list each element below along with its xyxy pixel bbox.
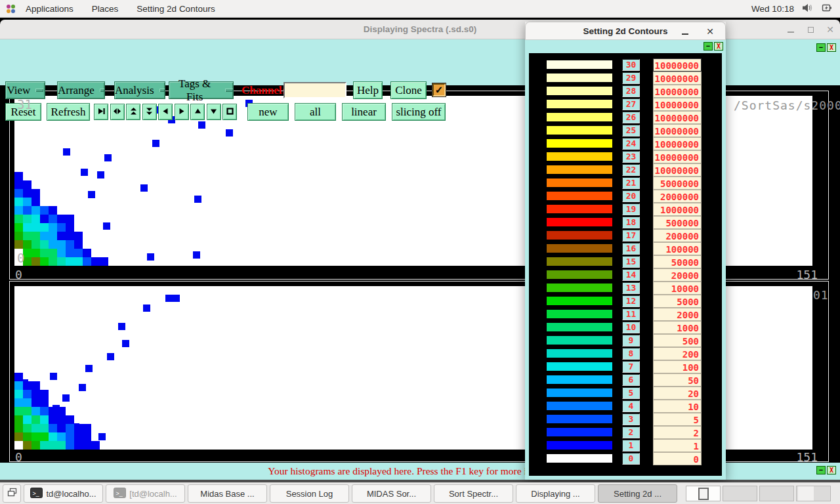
minimize-button[interactable]	[781, 20, 801, 39]
task-button[interactable]: >_[td@localh...	[106, 484, 185, 503]
contour-level-value-input[interactable]: 10000000	[653, 137, 702, 150]
workspace-thumbnail[interactable]	[796, 486, 831, 501]
task-button[interactable]: MIDAS Sor...	[352, 484, 431, 503]
new-button[interactable]: new	[247, 103, 289, 121]
contour-level-value-input[interactable]: 5	[653, 413, 702, 426]
tk-minimize-icon[interactable]: −	[816, 43, 826, 52]
contour-level-value-input[interactable]: 20000	[653, 268, 702, 282]
menu-indicator-icon	[225, 89, 233, 92]
y-compress-button[interactable]	[142, 104, 157, 120]
tk-minimize-icon[interactable]: −	[816, 466, 826, 474]
contour-level-value-input[interactable]: 5000000	[653, 177, 702, 190]
task-button[interactable]: Midas Base ...	[188, 484, 267, 503]
x-expand-button[interactable]	[94, 104, 108, 120]
contour-level-value-input[interactable]: 10000000	[653, 163, 702, 177]
volume-icon[interactable]	[802, 3, 814, 14]
contour-level-value-input[interactable]: 2000000	[653, 190, 702, 203]
contour-level-value-input[interactable]: 10000000	[653, 85, 702, 98]
task-button[interactable]: >_td@localho...	[24, 484, 103, 503]
tk-close-icon[interactable]: X	[827, 466, 836, 474]
contour-level-value-input[interactable]: 1	[653, 439, 702, 452]
contour-level-value-input[interactable]: 10000000	[653, 58, 702, 72]
heatmap-cell	[32, 390, 40, 398]
scroll-down-button[interactable]	[207, 104, 221, 120]
channel-input[interactable]	[284, 82, 346, 98]
plot1-xmax-label: 151	[796, 268, 818, 282]
panel-active-window[interactable]: Setting 2d Contours	[127, 0, 224, 18]
tk-close-icon[interactable]: X	[714, 42, 723, 51]
contour-level-value-input[interactable]: 100000	[653, 242, 702, 255]
contour-level-value-input[interactable]: 10000000	[653, 72, 702, 85]
contour-level-value-input[interactable]: 200000	[653, 229, 702, 242]
workspace-thumbnail[interactable]	[723, 486, 757, 501]
contour-level-value-input[interactable]: 1000000	[653, 203, 702, 216]
dialog-minimize-button[interactable]	[675, 22, 695, 41]
arrange-menu-button[interactable]: Arrange	[57, 81, 105, 99]
contour-swatch	[547, 218, 612, 226]
contour-level-value-input[interactable]: 10000000	[653, 124, 702, 137]
contour-level-value-input[interactable]: 50000	[653, 255, 702, 268]
scroll-up-button[interactable]	[190, 104, 205, 120]
refresh-button[interactable]: Refresh	[47, 103, 90, 121]
contour-level-value-input[interactable]: 0	[653, 452, 702, 465]
analysis-menu-button[interactable]: Analysis	[114, 81, 165, 99]
contour-level-value-input[interactable]: 10000	[653, 282, 702, 295]
contour-level-value-input[interactable]: 10000000	[653, 111, 702, 124]
slicing-off-button[interactable]: slicing off	[392, 103, 446, 121]
workspace-thumbnail[interactable]	[686, 486, 721, 501]
view-menu-button[interactable]: View	[5, 81, 45, 99]
heatmap-cell	[14, 373, 23, 381]
contour-level-value-input[interactable]: 200	[653, 347, 702, 360]
data-point	[97, 171, 104, 178]
help-button[interactable]: Help	[353, 81, 383, 99]
heatmap-cell	[40, 223, 49, 232]
menu-applications[interactable]: Applications	[16, 0, 83, 18]
scroll-left-button[interactable]	[158, 104, 173, 120]
data-point	[147, 253, 154, 261]
toolbar-checkbox[interactable]: ✓	[432, 83, 446, 96]
scroll-right-button[interactable]	[175, 104, 189, 120]
contour-level-value-input[interactable]: 100	[653, 360, 702, 373]
x-compress-button[interactable]	[110, 104, 125, 120]
dialog-close-button[interactable]: ✕	[700, 22, 720, 41]
show-desktop-button[interactable]	[3, 484, 21, 503]
workspace-thumbnail[interactable]	[759, 486, 794, 501]
plot1-xmin-label: 0	[15, 268, 22, 282]
tk-close-icon[interactable]: X	[827, 43, 836, 52]
battery-icon[interactable]	[822, 3, 832, 14]
contour-swatch	[547, 310, 612, 318]
task-button[interactable]: Sort Spectr...	[434, 484, 513, 503]
task-button[interactable]: Session Log	[270, 484, 349, 503]
tk-minimize-icon[interactable]: −	[704, 42, 713, 51]
contour-level-value-input[interactable]: 500	[653, 334, 702, 347]
clone-button[interactable]: Clone	[390, 81, 427, 99]
contour-level-value-input[interactable]: 10000000	[653, 150, 702, 163]
contour-level-value-input[interactable]: 500000	[653, 216, 702, 229]
workspace-window	[698, 488, 709, 500]
contour-level-number: 23	[622, 151, 640, 163]
contour-level-value-input[interactable]: 20	[653, 387, 702, 400]
linear-button[interactable]: linear	[342, 103, 386, 121]
task-button[interactable]: Displaying ...	[516, 484, 595, 503]
data-point	[50, 373, 57, 380]
dialog-titlebar[interactable]: Setting 2d Contours ✕	[525, 22, 726, 40]
contour-level-value-input[interactable]: 2	[653, 426, 702, 439]
maximize-button[interactable]	[801, 20, 820, 39]
y-expand-button[interactable]	[126, 104, 140, 120]
contour-level-value-input[interactable]: 10000000	[653, 98, 702, 111]
contour-level-value-input[interactable]: 10	[653, 400, 702, 413]
close-button[interactable]: ✕	[820, 20, 840, 39]
heatmap-cell	[23, 390, 32, 398]
tags-fits-menu-button[interactable]: Tags & Fits	[169, 81, 234, 99]
heatmap-cell	[57, 240, 66, 249]
contour-level-value-input[interactable]: 1000	[653, 321, 702, 334]
contour-level-value-input[interactable]: 50	[653, 373, 702, 387]
clock[interactable]: Wed 10:18	[751, 4, 794, 14]
menu-places[interactable]: Places	[83, 0, 128, 18]
contour-level-value-input[interactable]: 2000	[653, 308, 702, 321]
full-view-button[interactable]	[222, 104, 237, 120]
contour-level-value-input[interactable]: 5000	[653, 295, 702, 308]
all-button[interactable]: all	[295, 103, 336, 121]
heatmap-cell	[14, 240, 23, 249]
task-button[interactable]: Setting 2d ...	[598, 484, 677, 503]
